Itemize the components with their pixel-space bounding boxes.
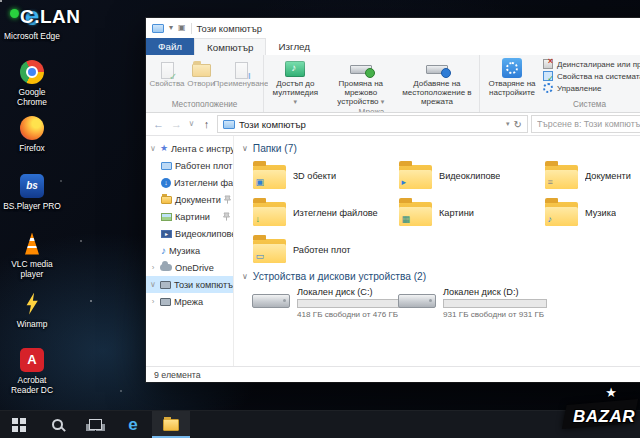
open-button[interactable]: Отвори <box>185 56 217 89</box>
pin-icon <box>224 195 231 204</box>
sidebar-label: Мрежа <box>174 297 203 307</box>
folders-group-header[interactable]: ∨ Папки (7) <box>242 143 640 154</box>
properties-icon <box>161 58 174 79</box>
collapse-chevron-icon[interactable]: ∨ <box>242 272 248 281</box>
devices-header-label: Устройства и дискови устройства (2) <box>253 271 426 282</box>
folder-tile-documents[interactable]: ≡ Документи <box>542 157 640 194</box>
sidebar-item-quick-access[interactable]: ∨ ★ Лента с инструменти <box>146 140 233 157</box>
taskbar-edge-button[interactable] <box>114 411 152 438</box>
sidebar-item-videos[interactable]: ▸ Видеоклипове <box>146 225 233 242</box>
desktop-icon-label: Acrobat Reader DC <box>3 375 61 395</box>
folder-tile-music[interactable]: ♪ Музика <box>542 194 640 231</box>
sidebar-item-onedrive[interactable]: › OneDrive <box>146 259 233 276</box>
collapse-chevron-icon[interactable]: ∨ <box>242 144 248 153</box>
start-button[interactable] <box>0 411 38 438</box>
uninstall-button[interactable]: Деинсталиране или промяна на прог <box>543 59 640 69</box>
sidebar-item-desktop[interactable]: Работен плот <box>146 157 233 174</box>
desktop-icon-chrome[interactable]: Google Chrome <box>3 58 61 107</box>
add-network-location-button[interactable]: Добавяне на местоположение в мрежата <box>398 56 476 107</box>
system-properties-button[interactable]: Свойства на системата <box>543 71 640 81</box>
search-box[interactable] <box>531 115 640 133</box>
tab-file[interactable]: Файл <box>146 38 194 55</box>
qat-customize-icon[interactable]: ▾ <box>169 24 173 32</box>
titlebar-separator <box>191 23 192 34</box>
drive-tile-c[interactable]: Локален диск (C:) 418 ГБ свободни от 476… <box>250 285 396 331</box>
folder-tile-downloads[interactable]: ↓ Изтеглени файлове <box>250 194 396 231</box>
up-button[interactable]: ↑ <box>199 119 214 130</box>
recent-locations-dropdown[interactable]: ∨ <box>187 120 196 128</box>
chevron-down-icon: ▾ <box>294 98 298 105</box>
folder-name: Документи <box>585 171 631 181</box>
tab-view[interactable]: Изглед <box>266 38 322 55</box>
chevron-down-icon[interactable]: ∨ <box>149 280 157 289</box>
chevron-down-icon[interactable]: ∨ <box>149 144 157 153</box>
drive-tile-d[interactable]: Локален диск (D:) 931 ГБ свободни от 931… <box>396 285 542 331</box>
uninstall-icon <box>543 59 553 69</box>
search-icon <box>52 419 63 430</box>
music-icon: ♪ <box>161 246 166 256</box>
open-settings-label: Отваряне на настройките <box>486 80 538 98</box>
sidebar-item-downloads[interactable]: ↓ Изтеглени файлове <box>146 174 233 191</box>
sidebar-label: Изтеглени файлове <box>174 178 233 188</box>
media-access-label: Достъп до мултимедия <box>273 80 318 97</box>
rename-button[interactable]: Преименуване <box>217 56 265 89</box>
search-input[interactable] <box>537 119 640 129</box>
folder-tile-desktop[interactable]: ▭ Работен плот <box>250 231 396 268</box>
taskbar-file-explorer-button[interactable] <box>152 411 190 438</box>
titlebar[interactable]: ▾ ▣ Този компютър <box>146 18 640 38</box>
media-access-button[interactable]: Достъп до мултимедия ▾ <box>267 56 324 107</box>
desktop-wallpaper: Microsoft Edge Google Chrome Firefox BS.… <box>0 0 640 438</box>
sidebar-item-music[interactable]: ♪ Музика <box>146 242 233 259</box>
desktop-folder-icon <box>161 162 172 170</box>
address-bar[interactable]: Този компютър ▾ ↻ <box>217 115 528 133</box>
devices-group-header[interactable]: ∨ Устройства и дискови устройства (2) <box>242 271 640 282</box>
folder-tile-pictures[interactable]: ▦ Картини <box>396 194 542 231</box>
map-drive-label: Промяна на мрежово устройство <box>337 80 383 106</box>
edge-icon <box>128 416 137 434</box>
acrobat-icon <box>19 346 46 373</box>
sidebar-label: Видеоклипове <box>175 229 233 239</box>
qat-properties-icon[interactable]: ▣ <box>178 24 186 32</box>
back-button[interactable]: ← <box>151 119 166 130</box>
winamp-icon <box>19 290 46 317</box>
folder-tile-3d-objects[interactable]: ▣ 3D обекти <box>250 157 396 194</box>
folders-grid: ▣ 3D обекти ▸ Видеоклипове ≡ Документи ↓… <box>250 157 640 268</box>
open-icon <box>192 58 211 79</box>
sidebar-item-this-pc[interactable]: ∨ Този компютър <box>146 276 233 293</box>
desktop-icon-winamp[interactable]: Winamp <box>3 290 61 329</box>
group-label-location: Местоположение <box>149 99 260 112</box>
forward-button[interactable]: → <box>169 119 184 130</box>
recorder-overlay: C.LAN <box>10 6 81 28</box>
file-list-pane: ∨ Папки (7) ▣ 3D обекти ▸ Видеоклипове ≡… <box>234 136 640 366</box>
chevron-right-icon[interactable]: › <box>149 263 157 272</box>
videos-icon: ▸ <box>161 230 172 238</box>
desktop-icon-acrobat[interactable]: Acrobat Reader DC <box>3 346 61 395</box>
desktop-icon-bsplayer[interactable]: BS.Player PRO <box>3 172 61 211</box>
folder-tile-videos[interactable]: ▸ Видеоклипове <box>396 157 542 194</box>
hard-drive-icon <box>252 294 290 308</box>
open-settings-button[interactable]: Отваряне на настройките <box>483 56 541 98</box>
properties-button[interactable]: Свойства <box>149 56 185 89</box>
desktop-icon-vlc[interactable]: VLC media player <box>3 230 61 279</box>
sidebar-item-documents[interactable]: Документи <box>146 191 233 208</box>
address-dropdown-icon[interactable]: ▾ <box>506 120 510 128</box>
desktop-icon-label: VLC media player <box>3 259 61 279</box>
sidebar-item-network[interactable]: › Мрежа <box>146 293 233 310</box>
desktop-icon-firefox[interactable]: Firefox <box>3 114 61 153</box>
sidebar-label: Музика <box>169 246 200 256</box>
sidebar-item-pictures[interactable]: Картини <box>146 208 233 225</box>
manage-button[interactable]: Управление <box>543 83 640 93</box>
folder-name: 3D обекти <box>293 171 336 181</box>
ribbon-group-location: Свойства Отвори Преименуване Местоположе… <box>146 55 264 112</box>
pictures-icon <box>161 213 172 221</box>
task-view-button[interactable] <box>76 411 114 438</box>
chevron-right-icon[interactable]: › <box>149 297 157 306</box>
chrome-icon <box>19 58 46 85</box>
map-network-drive-button[interactable]: Промяна на мрежово устройство ▾ <box>324 56 398 107</box>
items-count: 9 елемента <box>154 370 201 380</box>
refresh-icon[interactable]: ↻ <box>514 119 522 130</box>
tab-computer[interactable]: Компютър <box>194 38 266 55</box>
navigation-pane: ∨ ★ Лента с инструменти Работен плот ↓ И… <box>146 136 234 366</box>
taskbar-search-button[interactable] <box>38 411 76 438</box>
rename-label: Преименуване <box>214 80 269 89</box>
